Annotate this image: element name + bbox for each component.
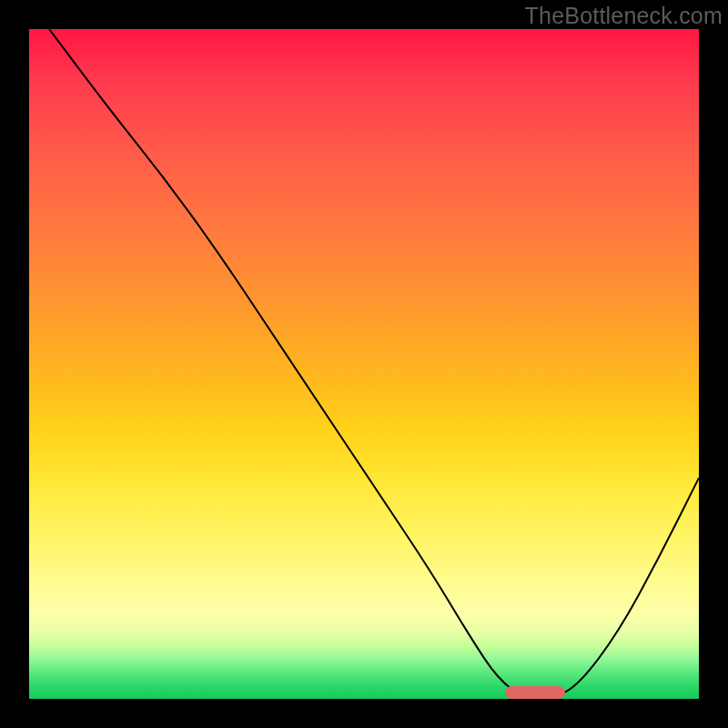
curve-svg (29, 29, 699, 699)
plot-area (29, 29, 699, 699)
optimum-marker (505, 686, 565, 699)
chart-frame: TheBottleneck.com (0, 0, 728, 728)
bottleneck-curve (49, 29, 699, 699)
watermark-text: TheBottleneck.com (525, 3, 723, 29)
